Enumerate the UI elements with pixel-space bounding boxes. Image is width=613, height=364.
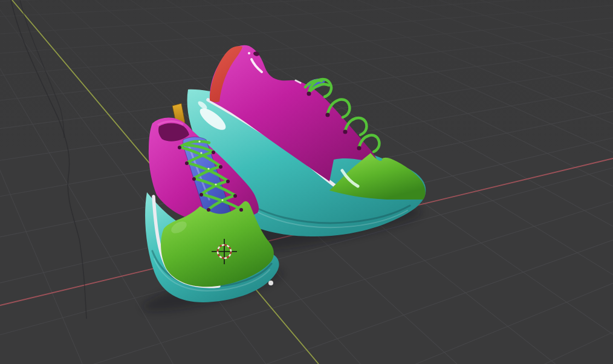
sneaker-back-heel-highlight-2 — [248, 52, 250, 54]
viewport-3d[interactable] — [0, 0, 613, 364]
sneaker-front-sole-specular — [268, 281, 273, 285]
viewport-canvas[interactable] — [0, 0, 613, 364]
